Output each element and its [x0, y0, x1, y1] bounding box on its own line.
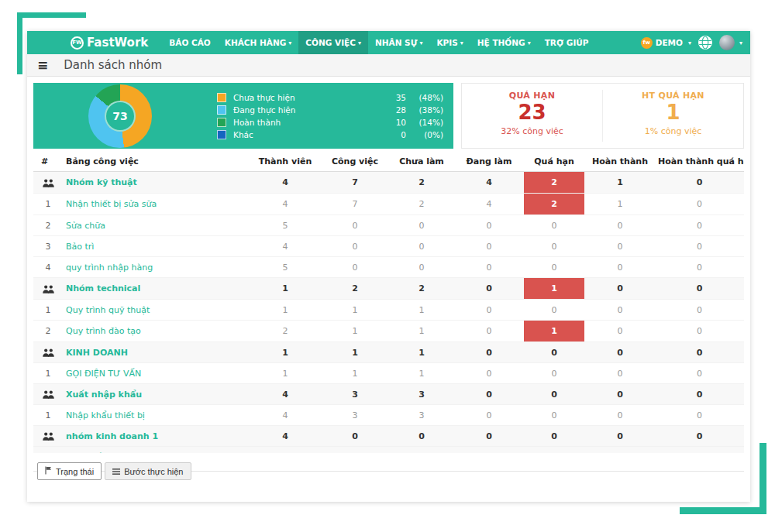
board-name-cell: Nhận thiết bị sửa sữa [63, 194, 249, 215]
overdue-badge: 2 [524, 194, 584, 215]
legend-percent: (48%) [406, 93, 443, 102]
button-label: Bước thực hiện [124, 467, 183, 476]
column-header-index: # [33, 153, 63, 172]
nav-item-nhan-su[interactable]: NHÂN SỰ▾ [368, 31, 430, 54]
board-link[interactable]: Xuất nhập khẩu [66, 390, 142, 400]
legend-swatch-icon [217, 105, 226, 115]
board-link[interactable]: Nhận thiết bị sửa sữa [66, 199, 157, 209]
done-overdue-cell: 0 [655, 405, 744, 426]
legend-percent: (0%) [406, 130, 443, 139]
legend-label: Chưa thực hiện [233, 93, 295, 102]
board-link[interactable]: KINH DOANH [66, 348, 128, 358]
board-link[interactable]: nhóm kinh doanh 1 [66, 431, 158, 441]
members-cell: 1 [249, 363, 322, 384]
users-icon [43, 431, 54, 441]
row-index: 4 [33, 257, 63, 278]
legend-value: 28 [396, 105, 406, 115]
board-row: 1Nhập khẩu thiết bị4330000 [33, 405, 744, 426]
nav-item-cong-viec[interactable]: CÔNG VIỆC▾ [298, 31, 368, 54]
overdue-cell: 0 [523, 300, 585, 321]
overdue-badge: 2 [524, 172, 584, 193]
globe-icon[interactable] [698, 36, 712, 50]
column-header-hoan-thanh-qua-han: Hoàn thành quá hạn [655, 153, 744, 172]
doing-cell: 0 [455, 215, 523, 236]
members-cell: 5 [249, 257, 322, 278]
board-name-cell: Sửa chữa [63, 215, 249, 236]
nav-item-tro-giup[interactable]: TRỢ GIÚP [538, 31, 596, 54]
chevron-down-icon: ▾ [528, 39, 531, 46]
board-link[interactable]: Nhóm technical [66, 283, 140, 293]
fastwork-logo-icon: FW [71, 36, 84, 50]
table-header-row: #Bảng công việcThành viênCông việcChưa l… [33, 153, 744, 172]
buoc-thuc-hien-button[interactable]: Bước thực hiện [105, 462, 191, 480]
tasks-cell: 1 [322, 447, 388, 454]
donut-chart: 73 [88, 84, 152, 148]
board-link[interactable]: GỌI ĐIỆN TƯ VẤN [66, 369, 141, 379]
board-link[interactable]: Quy trình quỹ thuật [66, 305, 150, 315]
stat-value: 1 [603, 101, 743, 124]
board-link[interactable]: Kinh Bắc [66, 452, 108, 454]
org-switcher[interactable]: fw DEMO ▾ [641, 37, 691, 49]
board-link[interactable]: Quy trình đào tạo [66, 326, 141, 336]
board-link[interactable]: Nhập khẩu thiết bị [66, 410, 145, 420]
brand[interactable]: FW FastWork [71, 36, 148, 50]
done-cell: 0 [585, 300, 655, 321]
group-row: Nhóm kỹ thuật4724210 [33, 172, 744, 194]
doing-cell: 0 [455, 321, 523, 342]
board-link[interactable]: Sửa chữa [66, 221, 105, 231]
nav-item-bao-cao[interactable]: BÁO CÁO [162, 31, 217, 54]
row-index: 2 [33, 215, 63, 236]
tasks-cell: 1 [322, 363, 388, 384]
trang-thai-button[interactable]: Trạng thái [37, 462, 102, 480]
todo-cell: 2 [388, 172, 455, 194]
doing-cell: 0 [455, 300, 523, 321]
done-cell: 0 [585, 342, 655, 363]
nav-item-label: KHÁCH HÀNG [225, 38, 287, 47]
nav-item-he-thong[interactable]: HỆ THỐNG▾ [470, 31, 538, 54]
board-link[interactable]: quy trình nhập hàng [66, 263, 153, 273]
todo-cell: 1 [388, 300, 455, 321]
stat-caption: 1% công việc [603, 126, 743, 136]
todo-cell: 1 [388, 363, 455, 384]
board-row: 1Quy trình quỹ thuật1110000 [33, 300, 744, 321]
nav-item-khach-hang[interactable]: KHÁCH HÀNG▾ [218, 31, 299, 54]
nav-item-kpis[interactable]: KPIS▾ [429, 31, 470, 54]
tasks-cell: 3 [322, 384, 388, 405]
board-name-cell: Bảo trì [63, 236, 249, 257]
overdue-cell: 1 [523, 278, 585, 300]
todo-cell: 0 [388, 426, 455, 447]
done-overdue-cell: 0 [655, 447, 744, 454]
todo-cell: 2 [388, 278, 455, 300]
group-row: nhóm kinh doanh 14000000 [33, 426, 744, 447]
overdue-cell: 0 [523, 363, 585, 384]
done-overdue-cell: 0 [655, 194, 744, 215]
tasks-cell: 1 [322, 321, 388, 342]
chevron-down-icon: ▾ [288, 39, 291, 46]
row-index: 1 [33, 363, 63, 384]
tasks-cell: 0 [322, 426, 388, 447]
board-link[interactable]: Nhóm kỹ thuật [66, 177, 137, 187]
done-overdue-cell: 0 [655, 426, 744, 447]
chevron-down-icon: ▾ [419, 39, 422, 46]
overdue-badge: 1 [524, 321, 584, 342]
tasks-cell: 1 [322, 300, 388, 321]
column-header-chua-lam: Chưa làm [388, 153, 455, 172]
done-cell: 1 [585, 172, 655, 194]
stat-label: QUÁ HẠN [462, 91, 602, 101]
board-name-cell: Kinh Bắc [63, 447, 249, 454]
group-icon-cell [33, 278, 63, 300]
done-cell: 0 [585, 215, 655, 236]
doing-cell: 0 [455, 447, 523, 454]
users-icon [43, 452, 54, 454]
org-badge-icon: fw [641, 37, 653, 49]
todo-cell: 1 [388, 447, 455, 454]
menu-toggle-icon[interactable]: ≡ [37, 59, 48, 72]
group-icon-cell [33, 447, 63, 454]
done-cell: 0 [585, 426, 655, 447]
users-icon [43, 348, 54, 358]
user-menu[interactable]: ▾ [719, 35, 742, 50]
done-overdue-cell: 0 [655, 278, 744, 300]
board-link[interactable]: Bảo trì [66, 242, 94, 252]
group-row: Kinh Bắc4110000 [33, 447, 744, 454]
members-cell: 4 [249, 405, 322, 426]
